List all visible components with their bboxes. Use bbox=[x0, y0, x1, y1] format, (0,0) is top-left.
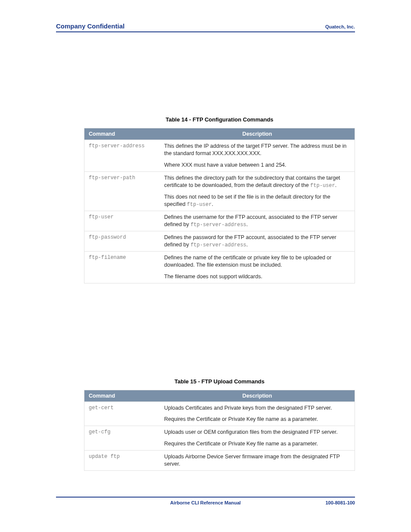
description-cell: This defines the IP address of the targe… bbox=[160, 140, 355, 171]
description-text: Uploads Certificates and Private keys fr… bbox=[164, 404, 350, 412]
description-cell: Defines the name of the certificate or p… bbox=[160, 251, 355, 283]
text-span: . bbox=[246, 242, 248, 248]
command-cell: get-cert bbox=[84, 401, 160, 426]
command-cell: ftp-server-address bbox=[84, 140, 160, 171]
description-text: Defines the password for the FTP account… bbox=[164, 234, 350, 249]
description-text: Uploads user or OEM configuration files … bbox=[164, 429, 350, 436]
description-cell: This defines the directory path for the … bbox=[160, 171, 355, 211]
table-row: update ftp Uploads Airborne Device Serve… bbox=[84, 450, 355, 470]
table-15-title: Table 15 - FTP Upload Commands bbox=[84, 378, 355, 385]
header-right-text: Quatech, Inc. bbox=[325, 24, 355, 29]
table-14: Command Description ftp-server-address T… bbox=[84, 128, 355, 283]
table-row: ftp-server-path This defines the directo… bbox=[84, 171, 355, 211]
footer-center-text: Airborne CLI Reference Manual bbox=[56, 500, 355, 505]
description-cell: Uploads Certificates and Private keys fr… bbox=[160, 401, 355, 426]
command-cell: ftp-password bbox=[84, 231, 160, 251]
table-15-head-description: Description bbox=[160, 390, 355, 401]
inline-code: ftp-user bbox=[187, 202, 212, 208]
description-cell: Uploads Airborne Device Server firmware … bbox=[160, 450, 355, 470]
table-15-head-command: Command bbox=[84, 390, 160, 401]
table-14-head-description: Description bbox=[160, 128, 355, 140]
command-cell: ftp-filename bbox=[84, 251, 160, 283]
description-text: Requires the Certificate or Private Key … bbox=[164, 416, 350, 423]
table-row: ftp-filename Defines the name of the cer… bbox=[84, 251, 355, 283]
text-span: Defines the password for the FTP account… bbox=[164, 234, 336, 248]
description-text: Requires the Certificate or Private Key … bbox=[164, 440, 350, 448]
page-header: Company Confidential Quatech, Inc. bbox=[56, 22, 355, 32]
command-cell: ftp-server-path bbox=[84, 171, 160, 211]
table-14-title: Table 14 - FTP Configuration Commands bbox=[84, 116, 355, 123]
description-text: The filename does not support wildcards. bbox=[164, 273, 350, 280]
inline-code: ftp-user bbox=[310, 183, 335, 189]
text-span: . bbox=[246, 221, 248, 227]
table-row: ftp-password Defines the password for th… bbox=[84, 231, 355, 251]
description-text: Where XXX must have a value between 1 an… bbox=[164, 162, 350, 169]
command-cell: update ftp bbox=[84, 450, 160, 470]
description-text: Defines the name of the certificate or p… bbox=[164, 254, 350, 269]
table-row: get-cert Uploads Certificates and Privat… bbox=[84, 401, 355, 426]
description-text: This does not need to be set if the file… bbox=[164, 193, 350, 208]
inline-code: ftp-server-address bbox=[190, 222, 246, 228]
page-footer: Airborne CLI Reference Manual 100-8081-1… bbox=[56, 497, 355, 505]
description-text: This defines the directory path for the … bbox=[164, 174, 350, 189]
header-left-text: Company Confidential bbox=[56, 22, 125, 30]
description-text: Defines the username for the FTP account… bbox=[164, 214, 350, 228]
table-row: ftp-server-address This defines the IP a… bbox=[84, 140, 355, 171]
table-15: Command Description get-cert Uploads Cer… bbox=[84, 390, 355, 471]
table-row: ftp-user Defines the username for the FT… bbox=[84, 211, 355, 231]
description-text: This defines the IP address of the targe… bbox=[164, 143, 350, 157]
page-content: Table 14 - FTP Configuration Commands Co… bbox=[84, 116, 355, 471]
footer-right-text: 100-8081-100 bbox=[325, 500, 355, 505]
table-14-head-command: Command bbox=[84, 128, 160, 140]
description-cell: Defines the password for the FTP account… bbox=[160, 231, 355, 251]
command-cell: get-cfg bbox=[84, 426, 160, 450]
text-span: . bbox=[212, 201, 213, 207]
table-row: get-cfg Uploads user or OEM configuratio… bbox=[84, 426, 355, 450]
description-text: Uploads Airborne Device Server firmware … bbox=[164, 453, 350, 468]
inline-code: ftp-server-address bbox=[190, 242, 246, 248]
description-cell: Uploads user or OEM configuration files … bbox=[160, 426, 355, 450]
command-cell: ftp-user bbox=[84, 211, 160, 231]
text-span: . bbox=[335, 182, 336, 188]
description-cell: Defines the username for the FTP account… bbox=[160, 211, 355, 231]
